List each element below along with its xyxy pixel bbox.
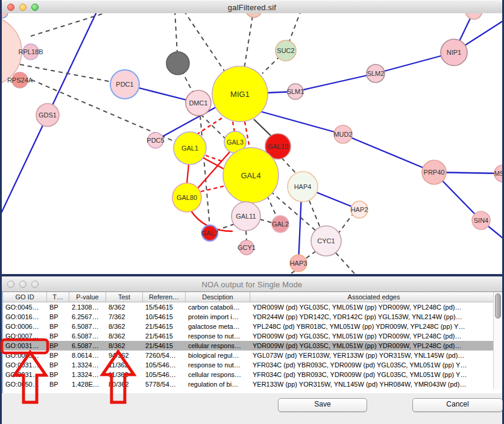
node-unlabeled[interactable] xyxy=(2,13,8,18)
table-row[interactable]: GO:0007…BP6.5087…8/36221/54615response t… xyxy=(3,331,502,341)
network-edge-dash xyxy=(309,201,320,228)
table-cell: YFR034C (pd) YBR093C, YDR009W (pd) YGL03… xyxy=(250,360,498,370)
network-edge-dash xyxy=(336,253,359,274)
minimize-button[interactable] xyxy=(19,281,27,288)
network-edge-reddash xyxy=(233,122,235,132)
table-cell: 7/362 xyxy=(106,312,143,322)
zoom-button[interactable] xyxy=(31,4,39,11)
table-cell: 2.1308… xyxy=(69,302,106,312)
table-cell: BP xyxy=(47,302,69,312)
table-cell: BP xyxy=(47,351,69,360)
table-cell: BP xyxy=(47,341,69,351)
node-PRP40[interactable]: PRP40 xyxy=(422,160,446,184)
node-MIG1[interactable]: MIG1 xyxy=(212,66,268,122)
network-edge-blue xyxy=(295,73,376,92)
node-GAL2[interactable]: GAL2 xyxy=(272,216,289,232)
node-CYC1[interactable]: CYC1 xyxy=(311,226,341,256)
table-cell: 21/54615 xyxy=(143,322,186,331)
table-row[interactable]: GO:0016…BP6.2567…7/36210/54615protein im… xyxy=(3,312,502,322)
table-cell: 6.5087… xyxy=(69,341,106,351)
column-header-t[interactable]: T… xyxy=(47,292,69,302)
node-GAL80[interactable]: GAL80 xyxy=(172,183,201,212)
node-GAL4[interactable]: GAL4 xyxy=(223,148,279,203)
network-edge-dash xyxy=(305,251,316,259)
column-header-pvalue[interactable]: P-value xyxy=(69,292,106,302)
table-cell: response to nut… xyxy=(186,331,250,341)
table-cell: YFR034C (pd) YBR093C, YDR009W (pd) YGL03… xyxy=(250,370,498,379)
node-HAP2[interactable]: HAP2 xyxy=(351,201,368,218)
network-edge-dash xyxy=(260,219,272,223)
node-DMC1[interactable]: DMC1 xyxy=(186,90,211,116)
node-NIP1[interactable]: NIP1 xyxy=(441,39,467,66)
node-HAP3[interactable]: HAP3 xyxy=(290,255,307,272)
table-cell: YDR009W (pd) YGL035C, YML051W (pp) YDR00… xyxy=(250,302,498,312)
table-cell: 8/362 xyxy=(106,331,143,341)
table-cell: 8.0614… xyxy=(69,351,106,360)
column-header-test[interactable]: Test xyxy=(106,292,143,302)
network-canvas[interactable]: RPL18BRPS24AGDS1PDC1PDC5DMC1MIG1SUC2SLM1… xyxy=(2,13,502,274)
network-edge-reddash xyxy=(196,118,222,135)
node-SLM1[interactable]: SLM1 xyxy=(287,84,304,99)
table-row[interactable]: GO:0031…BP1.3324…11/362105/546…response … xyxy=(3,360,502,370)
network-edge-dash xyxy=(283,271,295,274)
network-edge-dash xyxy=(282,158,297,175)
table-row[interactable]: GO:0006…BP6.5087…8/36221/54615galactose … xyxy=(3,322,502,331)
node-GAL11[interactable]: GAL11 xyxy=(232,202,260,231)
node-MUD2[interactable]: MUD2 xyxy=(333,125,352,143)
table-cell: 10/54615 xyxy=(143,312,186,322)
table-cell: regulation of bi… xyxy=(186,379,250,389)
table-cell: BP xyxy=(47,360,69,370)
scrollbar-thumb[interactable] xyxy=(495,293,501,319)
vertical-scrollbar[interactable] xyxy=(493,292,502,389)
table-cell: YDR009W (pd) YGL035C, YML051W (pp) YDR00… xyxy=(250,341,498,351)
node-GAL7[interactable]: GAL7 xyxy=(201,225,218,241)
close-button[interactable] xyxy=(7,281,14,288)
network-edge-dash xyxy=(217,224,235,230)
column-header-associatededges[interactable]: Associated edges xyxy=(250,292,498,302)
column-header-referen[interactable]: Referen… xyxy=(143,292,186,302)
save-button[interactable]: Save xyxy=(278,398,367,412)
node-HAP4[interactable]: HAP4 xyxy=(288,172,318,202)
node-GAL1[interactable]: GAL1 xyxy=(174,132,206,164)
table-row[interactable]: GO:0045…BP2.1308…8/36215/54615carbon cat… xyxy=(3,302,502,312)
minimize-button[interactable] xyxy=(19,4,27,11)
network-window-titlebar[interactable]: galFiltered.sif xyxy=(2,0,502,14)
table-cell: BP xyxy=(47,331,69,341)
node-SUC2[interactable]: SUC2 xyxy=(276,40,296,61)
cancel-button[interactable]: Cancel xyxy=(412,398,503,412)
node-PDC1[interactable]: PDC1 xyxy=(110,70,139,99)
table-cell: response to nut… xyxy=(186,360,250,370)
table-cell: 94/362 xyxy=(106,351,143,360)
table-cell: YDR244W (pp) YDR142C, YDR142C (pp) YGL15… xyxy=(250,312,498,322)
node-unlabeled[interactable] xyxy=(465,13,482,19)
table-cell: 1.3324… xyxy=(69,360,106,370)
table-cell: GO:0045… xyxy=(3,302,47,312)
node-SIN4[interactable]: SIN4 xyxy=(472,211,490,229)
node-MSL1[interactable]: MSL1 xyxy=(494,165,502,182)
zoom-button[interactable] xyxy=(31,281,39,288)
node-unlabeled[interactable] xyxy=(166,52,189,75)
results-table: GO IDT…P-valueTestReferen…DesciptionAsso… xyxy=(2,292,502,389)
table-cell: galactose meta… xyxy=(186,322,250,331)
close-button[interactable] xyxy=(7,4,14,11)
table-cell: GO:0031… xyxy=(3,370,47,379)
node-unlabeled[interactable] xyxy=(246,13,262,17)
table-cell: YGL073W (pd) YER103W, YER133W (pp) YOR31… xyxy=(250,351,498,360)
node-PDC5[interactable]: PDC5 xyxy=(146,132,164,148)
noa-window: NOA output for Single Mode GO IDT…P-valu… xyxy=(0,276,504,424)
column-header-desciption[interactable]: Desciption xyxy=(186,292,250,302)
noa-window-titlebar[interactable]: NOA output for Single Mode xyxy=(2,276,502,292)
node-GDS1[interactable]: GDS1 xyxy=(36,104,59,126)
node-GCY1[interactable]: GCY1 xyxy=(238,240,256,255)
column-header-goid[interactable]: GO ID xyxy=(3,292,47,302)
table-row[interactable]: GO:0050…BP1.428E…80/3625778/54…regulatio… xyxy=(3,379,502,389)
network-edge-dash xyxy=(338,215,352,234)
table-cell: cellular respons… xyxy=(186,370,250,379)
table-row[interactable]: GO:0065…BP8.0614…94/3627260/54…biologica… xyxy=(3,351,502,360)
table-row[interactable]: GO:0031…BP6.5087…8/36221/54615cellular r… xyxy=(3,341,502,351)
table-cell: 80/362 xyxy=(106,379,143,389)
table-row[interactable]: GO:0031…BP1.3324…11/362105/546…cellular … xyxy=(3,370,502,379)
table-cell: 1.3324… xyxy=(69,370,106,379)
network-edge-red xyxy=(187,164,189,183)
node-SLM2[interactable]: SLM2 xyxy=(367,64,385,83)
